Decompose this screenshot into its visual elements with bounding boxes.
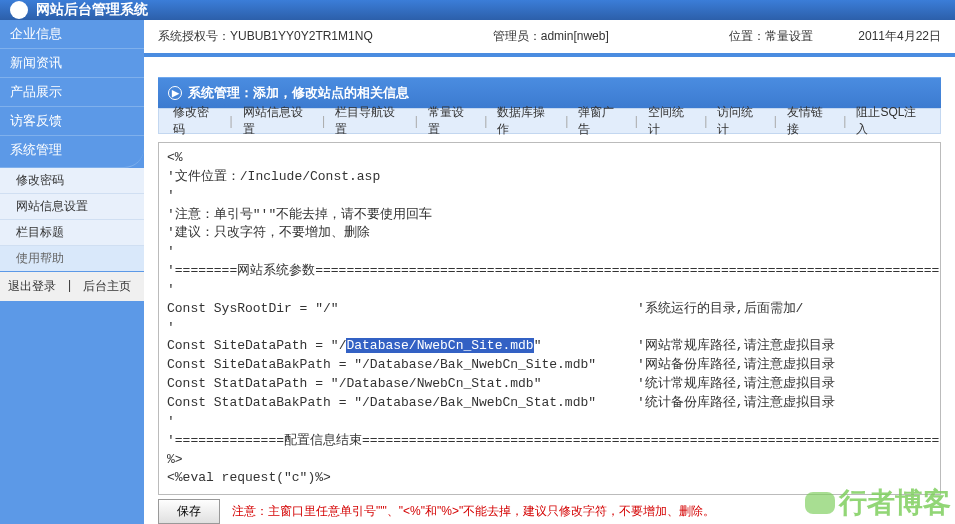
warning-text: 注意：主窗口里任意单引号"'"、"<%"和"%>"不能去掉，建议只修改字符，不要… (232, 503, 941, 520)
tab-row: 修改密码| 网站信息设置| 栏目导航设置| 常量设置| 数据库操作| 弹窗广告|… (158, 108, 941, 134)
app-header: 网站后台管理系统 (0, 0, 955, 20)
sidebar-sub-help[interactable]: 使用帮助 (0, 246, 144, 272)
main-content: 系统授权号：YUBUB1YY0Y2TR1M1NQ 管理员：admin[nweb]… (144, 20, 955, 524)
arrow-right-icon: ▶ (168, 86, 182, 100)
tab-visits[interactable]: 访问统计 (709, 100, 771, 142)
sidebar-sub-password[interactable]: 修改密码 (0, 168, 144, 194)
tab-db[interactable]: 数据库操作 (489, 100, 563, 142)
auth-value: YUBUB1YY0Y2TR1M1NQ (230, 29, 373, 43)
info-bar: 系统授权号：YUBUB1YY0Y2TR1M1NQ 管理员：admin[nweb]… (144, 20, 955, 53)
tab-siteinfo[interactable]: 网站信息设置 (235, 100, 321, 142)
sidebar-item-system[interactable]: 系统管理 (0, 136, 144, 168)
divider: | (68, 278, 71, 295)
sidebar: 企业信息 新闻资讯 产品展示 访客反馈 系统管理 修改密码 网站信息设置 栏目标… (0, 20, 144, 524)
auth-label: 系统授权号：YUBUB1YY0Y2TR1M1NQ (158, 28, 373, 45)
sidebar-sub-siteinfo[interactable]: 网站信息设置 (0, 194, 144, 220)
home-link[interactable]: 后台主页 (83, 278, 131, 295)
tab-links[interactable]: 友情链接 (779, 100, 841, 142)
sidebar-item-news[interactable]: 新闻资讯 (0, 49, 144, 78)
admin-label: 管理员：admin[nweb] (493, 28, 609, 45)
tab-nav[interactable]: 栏目导航设置 (327, 100, 413, 142)
location-label: 位置：常量设置 (729, 28, 813, 45)
bottom-row: 保存 注意：主窗口里任意单引号"'"、"<%"和"%>"不能去掉，建议只修改字符… (144, 495, 955, 524)
code-editor[interactable]: <% '文件位置：/Include/Const.asp ' '注意：单引号"'"… (158, 142, 941, 495)
app-title: 网站后台管理系统 (36, 1, 148, 19)
tab-sql[interactable]: 阻止SQL注入 (848, 100, 934, 142)
highlighted-path: Database/NwebCn_Site.mdb (346, 338, 533, 353)
logout-link[interactable]: 退出登录 (8, 278, 56, 295)
tab-password[interactable]: 修改密码 (165, 100, 227, 142)
admin-value: admin[nweb] (541, 29, 609, 43)
sidebar-bottom: 退出登录 | 后台主页 (0, 272, 144, 301)
tab-const[interactable]: 常量设置 (420, 100, 482, 142)
location-value: 常量设置 (765, 29, 813, 43)
save-button[interactable]: 保存 (158, 499, 220, 524)
date-text: 2011年4月22日 (858, 28, 941, 45)
logo-icon (10, 1, 28, 19)
sidebar-item-company[interactable]: 企业信息 (0, 20, 144, 49)
sidebar-sub-columns[interactable]: 栏目标题 (0, 220, 144, 246)
sidebar-item-products[interactable]: 产品展示 (0, 78, 144, 107)
tab-popup[interactable]: 弹窗广告 (570, 100, 632, 142)
tab-space[interactable]: 空间统计 (640, 100, 702, 142)
sidebar-item-feedback[interactable]: 访客反馈 (0, 107, 144, 136)
